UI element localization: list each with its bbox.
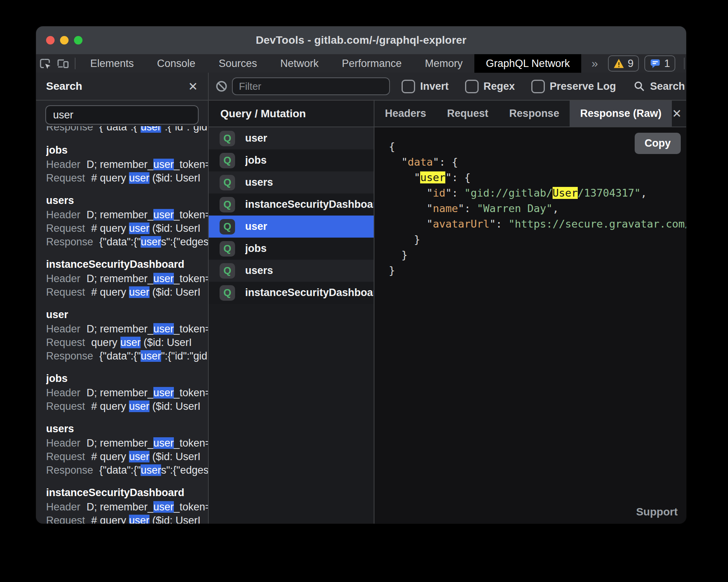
detail-tab-response-raw[interactable]: Response (Raw) — [570, 101, 672, 127]
query-row-jobs[interactable]: Qjobs — [209, 149, 374, 171]
detail-tab-response[interactable]: Response — [499, 101, 570, 127]
close-window-button[interactable] — [46, 36, 55, 45]
result-text: ($id: UserI — [149, 451, 201, 462]
query-row-instancesecuritydashboard[interactable]: QinstanceSecurityDashboard — [209, 193, 374, 216]
filter-input[interactable] — [232, 77, 390, 95]
clear-icon[interactable] — [213, 80, 230, 93]
titlebar: DevTools - gitlab.com/-/graphql-explorer — [36, 26, 686, 54]
match-highlight: user — [141, 236, 161, 248]
search-result-line[interactable]: Request# query user ($id: UserI — [46, 514, 208, 524]
devtools-window: DevTools - gitlab.com/-/graphql-explorer — [36, 26, 686, 524]
tab-console[interactable]: Console — [146, 54, 207, 73]
search-result-line[interactable]: HeaderD; remember_user_token=e — [46, 386, 208, 400]
device-toolbar-icon[interactable] — [54, 54, 72, 73]
match-highlight: user — [141, 126, 161, 133]
detail-tab-headers[interactable]: Headers — [374, 101, 437, 127]
search-result-group-name[interactable]: jobs — [46, 371, 208, 386]
search-result-group-name[interactable]: users — [46, 193, 208, 208]
result-field-label: Header — [46, 159, 81, 170]
search-result-line[interactable]: Request# query user ($id: UserI — [46, 400, 208, 413]
search-result-line[interactable]: Requestquery user ($id: UserI — [46, 336, 208, 349]
filter-option-invert[interactable]: Invert — [402, 80, 449, 93]
result-field-label: Request — [46, 172, 85, 184]
close-search-panel-icon[interactable]: ✕ — [188, 80, 198, 93]
match-highlight: user — [129, 286, 149, 298]
checkbox-label-invert: Invert — [420, 80, 449, 92]
json-punctuation: " — [389, 218, 433, 230]
search-result-line[interactable]: Response{"data":{"user":{"id":"gid — [46, 349, 208, 363]
tab-elements[interactable]: Elements — [79, 54, 146, 73]
search-result-line[interactable]: Response{"data":{"users":{"edges — [46, 235, 208, 249]
query-row-instancesecuritydashboard[interactable]: QinstanceSecurityDashboard — [209, 282, 374, 304]
search-result-group-name[interactable]: instanceSecurityDashboard — [46, 257, 208, 272]
zoom-window-button[interactable] — [74, 36, 82, 45]
query-row-jobs[interactable]: Qjobs — [209, 238, 374, 260]
detail-tab-request[interactable]: Request — [437, 101, 499, 127]
result-field-value: # query user ($id: UserI — [91, 286, 201, 298]
search-result-group-name[interactable]: instanceSecurityDashboard — [46, 485, 208, 500]
more-tabs-chevron[interactable]: » — [581, 54, 608, 73]
toolbar-search[interactable]: Search — [633, 80, 685, 92]
result-text: _token=e — [174, 387, 208, 399]
result-field-label: Request — [46, 337, 85, 348]
result-field-value: D; remember_user_token=e — [87, 387, 208, 399]
messages-badge[interactable]: 1 — [644, 55, 675, 72]
result-field-value: D; remember_user_token=e — [87, 501, 208, 513]
search-result-line[interactable]: Response{"data":{"user":{"id":"gid — [46, 126, 208, 134]
checkbox-preserve-log[interactable] — [531, 80, 545, 93]
tab-performance[interactable]: Performance — [330, 54, 414, 73]
search-result-line[interactable]: HeaderD; remember_user_token=e — [46, 322, 208, 336]
copy-button[interactable]: Copy — [635, 133, 681, 154]
search-result-line[interactable]: HeaderD; remember_user_token=e — [46, 208, 208, 222]
query-row-users[interactable]: Qusers — [209, 260, 374, 282]
search-result-line[interactable]: HeaderD; remember_user_token=e — [46, 158, 208, 171]
search-input[interactable] — [45, 105, 199, 125]
checkbox-invert[interactable] — [402, 80, 415, 93]
json-punctuation: } — [389, 249, 408, 261]
inspect-element-icon[interactable] — [36, 54, 54, 73]
result-text: # query — [91, 223, 129, 234]
search-result-line[interactable]: Response{"data":{"users":{"edges — [46, 464, 208, 477]
result-text: ($id: UserI — [149, 286, 201, 298]
search-result-group-name[interactable]: users — [46, 421, 208, 436]
tab-memory[interactable]: Memory — [413, 54, 474, 73]
devtools-toolbar: ElementsConsoleSourcesNetworkPerformance… — [36, 54, 686, 73]
tab-sources[interactable]: Sources — [207, 54, 269, 73]
json-search-highlight: user — [420, 171, 445, 183]
support-link[interactable]: Support — [636, 506, 678, 518]
json-line: "data": { — [389, 154, 686, 170]
query-row-users[interactable]: Qusers — [209, 171, 374, 193]
search-result-line[interactable]: Request# query user ($id: UserI — [46, 171, 208, 185]
query-type-badge: Q — [220, 219, 235, 235]
search-result-line[interactable]: HeaderD; remember_user_token=e — [46, 500, 208, 514]
close-detail-icon[interactable]: ✕ — [672, 101, 686, 127]
search-result-group-name[interactable]: jobs — [46, 142, 208, 158]
search-result-group-name[interactable]: user — [46, 307, 208, 322]
result-text: _token=e — [174, 209, 208, 221]
minimize-window-button[interactable] — [60, 36, 69, 45]
search-icon — [633, 80, 646, 92]
tab-graphql-network[interactable]: GraphQL Network — [474, 54, 582, 73]
warnings-badge[interactable]: 9 — [608, 55, 639, 72]
json-punctuation: " — [389, 202, 433, 214]
result-text: {"data":{" — [100, 464, 141, 476]
result-field-value: {"data":{"user":{"id":"gid — [100, 126, 208, 133]
filter-option-regex[interactable]: Regex — [465, 80, 515, 93]
checkbox-regex[interactable] — [465, 80, 479, 93]
search-panel-header: Search ✕ — [36, 73, 208, 101]
json-line: } — [389, 232, 686, 247]
search-result-line[interactable]: Request# query user ($id: UserI — [46, 286, 208, 299]
match-highlight: user — [153, 323, 174, 335]
search-result-line[interactable]: Request# query user ($id: UserI — [46, 450, 208, 464]
query-row-user[interactable]: Quser — [209, 216, 374, 238]
match-highlight: user — [153, 387, 174, 399]
query-row-user[interactable]: Quser — [209, 127, 374, 149]
search-result-line[interactable]: HeaderD; remember_user_token=e — [46, 272, 208, 286]
search-result-line[interactable]: HeaderD; remember_user_token=e — [46, 436, 208, 450]
filter-option-preserve-log[interactable]: Preserve Log — [531, 80, 616, 93]
search-result-line[interactable]: Request# query user ($id: UserI — [46, 222, 208, 235]
result-field-value: {"data":{"user":{"id":"gid — [100, 350, 208, 362]
tab-network[interactable]: Network — [269, 54, 330, 73]
query-list-header: Query / Mutation — [209, 101, 374, 127]
match-highlight: user — [129, 172, 149, 184]
